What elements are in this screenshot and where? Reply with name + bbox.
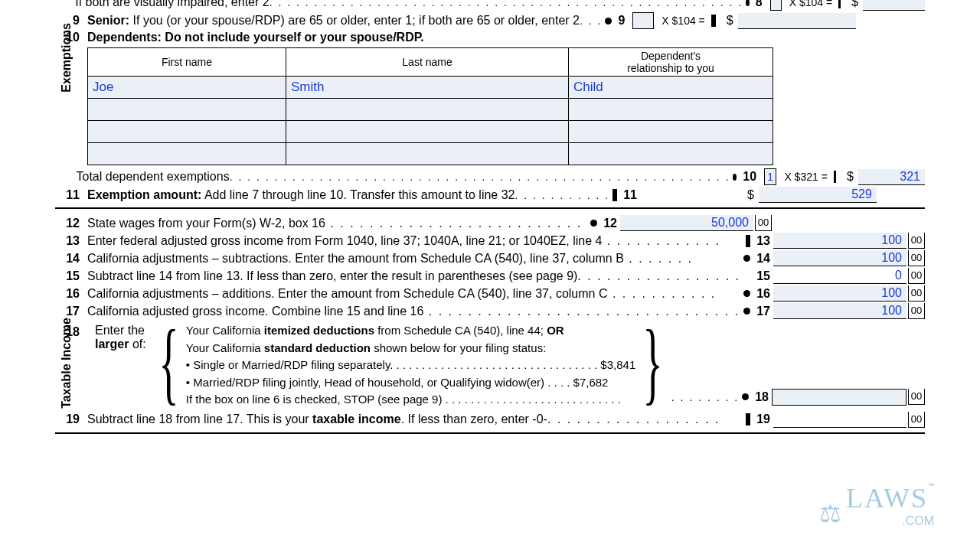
table-row — [88, 121, 773, 143]
bar-marker-icon — [711, 15, 716, 27]
line18-amount[interactable] — [772, 389, 906, 406]
line19-amount[interactable] — [773, 412, 906, 428]
line19-rnum: 19 — [756, 412, 770, 426]
dep-rel-0[interactable]: Child — [569, 77, 773, 99]
scales-icon: ⚖ — [819, 499, 841, 528]
dep-header-first: First name — [88, 48, 286, 77]
line10-text: Dependents: Do not include yourself or y… — [87, 31, 424, 44]
line18-cents: 00 — [908, 389, 925, 405]
line8-rnum: 8 — [756, 0, 763, 9]
dep-last-2[interactable] — [286, 121, 569, 143]
line9-rnum: 9 — [618, 14, 625, 28]
line10-count-box[interactable]: 1 — [764, 168, 776, 185]
line17-num: 17 — [55, 305, 80, 318]
line13-rnum: 13 — [756, 234, 770, 248]
dot-marker-icon — [733, 174, 737, 181]
dep-first-2[interactable] — [88, 121, 286, 143]
dep-last-0[interactable]: Smith — [286, 77, 569, 99]
line12-rnum: 12 — [603, 217, 617, 230]
line16-amount[interactable]: 100 — [773, 285, 906, 302]
line13-amount[interactable]: 100 — [773, 233, 906, 249]
line16-cents: 00 — [908, 285, 925, 302]
line11-num: 11 — [55, 188, 80, 202]
dep-last-1[interactable] — [286, 99, 569, 121]
table-row — [88, 99, 773, 121]
line18-rnum: 18 — [755, 390, 769, 404]
dep-first-1[interactable] — [88, 99, 286, 121]
line14-num: 14 — [55, 252, 80, 266]
line13-num: 13 — [55, 234, 80, 248]
line11-rnum: 11 — [623, 188, 637, 202]
left-brace-icon: { — [158, 316, 178, 414]
line12-cents: 00 — [755, 215, 772, 231]
line13-cents: 00 — [908, 233, 925, 249]
line9-count-box[interactable] — [632, 12, 654, 29]
line15-amount[interactable]: 0 — [773, 268, 906, 284]
line15-num: 15 — [55, 269, 80, 283]
line17-cents: 00 — [908, 303, 925, 319]
line19-cents: 00 — [908, 412, 925, 428]
dot-marker-icon — [743, 255, 750, 262]
dep-rel-1[interactable] — [569, 99, 773, 121]
line15-cents: 00 — [908, 268, 925, 284]
bar-marker-icon — [838, 0, 841, 8]
dot-marker-icon — [743, 290, 750, 297]
line12-num: 12 — [55, 217, 80, 230]
table-row — [88, 143, 773, 165]
line9-amount[interactable] — [738, 13, 856, 29]
dep-header-rel: Dependent's relationship to you — [569, 48, 773, 77]
line17-rnum: 17 — [756, 305, 770, 318]
line8-text: If both are visually impaired, enter 2 — [75, 0, 269, 9]
dot-marker-icon — [605, 18, 612, 24]
line14-rnum: 14 — [756, 252, 770, 266]
dot-marker-icon — [746, 0, 750, 6]
section-divider — [55, 432, 925, 434]
dep-rel-3[interactable] — [569, 143, 773, 165]
dependents-table: First name Last name Dependent's relatio… — [87, 47, 773, 165]
dep-last-3[interactable] — [286, 143, 569, 165]
line17-amount[interactable]: 100 — [773, 303, 906, 319]
line8-count-box[interactable] — [770, 0, 782, 11]
line10-num: 10 — [55, 31, 80, 44]
line10-rnum: 10 — [743, 170, 756, 184]
line12-amount[interactable]: 50,000 — [620, 215, 753, 231]
dep-first-3[interactable] — [88, 143, 286, 165]
section-divider — [55, 207, 925, 209]
dot-marker-icon — [742, 393, 749, 400]
dep-first-0[interactable]: Joe — [88, 77, 286, 99]
bar-marker-icon — [746, 413, 750, 425]
dot-marker-icon — [590, 220, 597, 227]
watermark-logo: ⚖ LAWS™ .COM — [819, 482, 934, 528]
line14-cents: 00 — [908, 250, 925, 266]
dep-rel-2[interactable] — [569, 121, 773, 143]
table-row: Joe Smith Child — [88, 77, 773, 99]
bar-marker-icon — [746, 235, 750, 247]
dep-header-last: Last name — [286, 48, 569, 77]
bar-marker-icon — [612, 189, 617, 201]
line15-rnum: 15 — [756, 269, 770, 283]
line16-rnum: 16 — [756, 287, 770, 301]
line8-amount[interactable] — [863, 0, 925, 11]
line10-amount[interactable]: 321 — [858, 169, 925, 185]
line16-num: 16 — [55, 287, 80, 301]
line11-amount[interactable]: 529 — [759, 187, 877, 203]
right-brace-icon: } — [642, 316, 662, 414]
bar-marker-icon — [834, 171, 836, 183]
dot-marker-icon — [743, 308, 750, 315]
line18-num: 18 — [55, 325, 80, 339]
line9-num: 9 — [55, 14, 80, 28]
line14-amount[interactable]: 100 — [773, 250, 906, 266]
line10-total-text: Total dependent exemptions — [77, 170, 230, 184]
line19-num: 19 — [55, 412, 80, 426]
